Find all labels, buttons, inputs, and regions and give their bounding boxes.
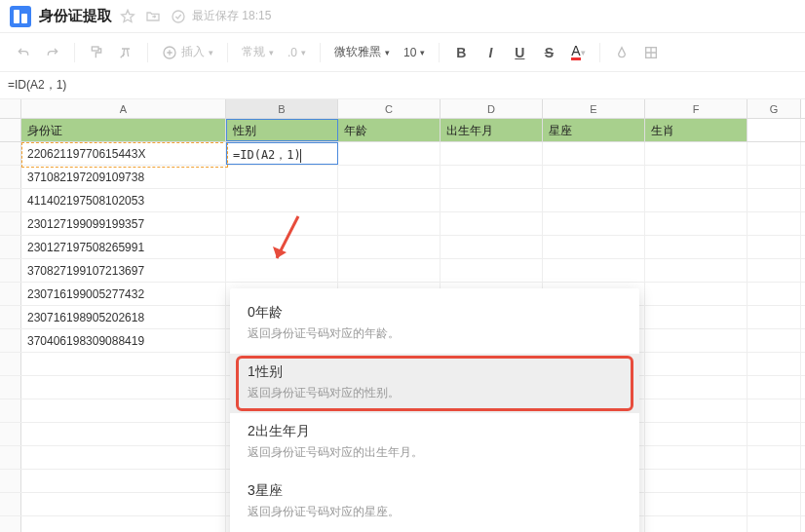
font-family-menu[interactable]: 微软雅黑▾ [328, 44, 396, 60]
col-header-C[interactable]: C [338, 99, 441, 118]
cell[interactable] [645, 306, 748, 328]
row-header[interactable] [0, 142, 21, 165]
move-folder-icon[interactable] [145, 9, 161, 24]
cell[interactable] [748, 212, 801, 235]
cell[interactable] [441, 142, 543, 165]
cell[interactable] [226, 166, 338, 188]
row-header[interactable] [0, 329, 21, 352]
cell[interactable] [441, 166, 543, 188]
cell[interactable] [645, 212, 748, 235]
suggestion-item[interactable]: 0年龄返回身份证号码对应的年龄。 [230, 294, 639, 354]
row-header[interactable] [0, 236, 21, 258]
cell[interactable] [226, 212, 338, 235]
clear-format-button[interactable] [112, 39, 139, 66]
cell[interactable] [645, 142, 748, 165]
cell[interactable] [441, 189, 543, 211]
col-header-G[interactable]: G [748, 99, 801, 118]
cell[interactable] [543, 142, 645, 165]
format-painter-button[interactable] [83, 39, 110, 66]
cell[interactable] [748, 423, 801, 445]
suggestion-item[interactable]: 3星座返回身份证号码对应的星座。 [230, 473, 639, 532]
header-cell[interactable]: 生肖 [645, 119, 748, 141]
cell[interactable] [226, 236, 338, 258]
cell[interactable]: 230127199099199357 [21, 212, 226, 235]
number-format-menu[interactable]: 常规▾ [236, 44, 280, 60]
cell[interactable] [748, 446, 801, 469]
cell[interactable]: 411402197508102053 [21, 189, 226, 211]
col-header-B[interactable]: B [226, 99, 338, 118]
cell[interactable] [338, 189, 441, 211]
cell[interactable] [645, 376, 748, 399]
col-header-F[interactable]: F [645, 99, 748, 118]
cell[interactable]: 230716198905202618 [21, 306, 226, 328]
header-cell[interactable]: 身份证 [21, 119, 226, 141]
cell[interactable] [226, 189, 338, 211]
fill-color-button[interactable] [608, 39, 635, 66]
cell[interactable] [645, 236, 748, 258]
row-header[interactable] [0, 446, 21, 469]
cell[interactable] [21, 399, 226, 422]
suggestion-item[interactable]: 2出生年月返回身份证号码对应的出生年月。 [230, 413, 639, 473]
check-icon[interactable] [171, 9, 186, 24]
header-cell[interactable]: 星座 [543, 119, 645, 141]
suggestion-item[interactable]: 1性别返回身份证号码对应的性别。 [230, 354, 639, 413]
cell[interactable] [441, 212, 543, 235]
font-color-button[interactable]: A ▾ [564, 39, 592, 66]
undo-button[interactable] [10, 39, 37, 66]
cell[interactable]: 370827199107213697 [21, 259, 226, 282]
cell[interactable] [748, 189, 801, 211]
cell[interactable] [645, 516, 748, 532]
cell[interactable] [21, 516, 226, 532]
cell[interactable] [645, 399, 748, 422]
cell[interactable]: 230127197508265991 [21, 236, 226, 258]
row-header[interactable] [0, 516, 21, 532]
cell[interactable] [338, 259, 441, 282]
cell[interactable] [645, 189, 748, 211]
cell[interactable]: 370406198309088419 [21, 329, 226, 352]
cell[interactable] [543, 189, 645, 211]
col-header-D[interactable]: D [441, 99, 543, 118]
cell[interactable]: 22062119770615443X [21, 142, 226, 165]
cell[interactable] [543, 259, 645, 282]
cell[interactable] [338, 166, 441, 188]
cell[interactable] [748, 329, 801, 352]
cell[interactable] [21, 493, 226, 515]
cell[interactable] [748, 119, 801, 141]
header-cell-active[interactable]: 性别 [226, 119, 338, 141]
cell[interactable] [645, 166, 748, 188]
row-header[interactable] [0, 306, 21, 328]
cell[interactable]: 371082197209109738 [21, 166, 226, 188]
cell[interactable] [543, 212, 645, 235]
cell[interactable] [748, 516, 801, 532]
cell[interactable] [748, 376, 801, 399]
row-header[interactable] [0, 470, 21, 492]
row-header[interactable] [0, 119, 21, 141]
cell[interactable] [543, 236, 645, 258]
cell[interactable] [441, 259, 543, 282]
cell[interactable] [645, 493, 748, 515]
row-header[interactable] [0, 423, 21, 445]
font-size-menu[interactable]: 10▾ [398, 46, 431, 59]
strike-button[interactable]: S [535, 39, 562, 66]
col-header-E[interactable]: E [543, 99, 645, 118]
cell[interactable] [645, 329, 748, 352]
redo-button[interactable] [39, 39, 66, 66]
cell[interactable] [748, 142, 801, 165]
insert-menu[interactable]: 插入▾ [156, 44, 219, 60]
cell[interactable] [748, 236, 801, 258]
col-header-A[interactable]: A [21, 99, 226, 118]
cell[interactable] [748, 166, 801, 188]
cell[interactable] [645, 446, 748, 469]
decimals-menu[interactable]: .0▾ [282, 46, 312, 59]
cell[interactable] [748, 493, 801, 515]
cell[interactable] [21, 353, 226, 375]
row-header[interactable] [0, 189, 21, 211]
cell[interactable] [645, 470, 748, 492]
header-cell[interactable]: 出生年月 [441, 119, 543, 141]
cell[interactable] [645, 283, 748, 305]
cell[interactable] [338, 142, 441, 165]
row-header[interactable] [0, 259, 21, 282]
italic-button[interactable]: I [477, 39, 504, 66]
cell[interactable] [748, 283, 801, 305]
formula-bar[interactable]: =ID(A2，1) [0, 72, 805, 99]
